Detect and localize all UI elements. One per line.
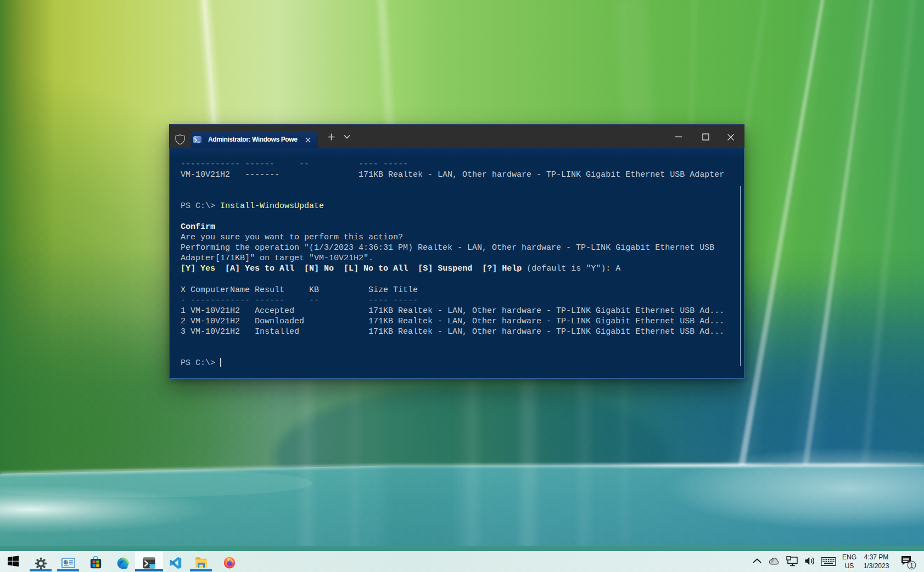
svg-text:1: 1: [910, 562, 913, 569]
